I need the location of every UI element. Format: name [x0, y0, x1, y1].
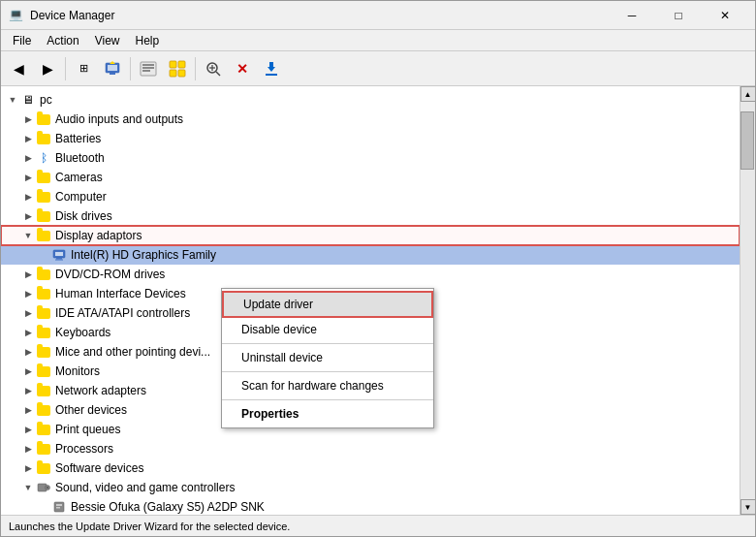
expand-keyboards[interactable]: ▶	[20, 325, 36, 340]
status-bar: Launches the Update Driver Wizard for th…	[1, 515, 755, 536]
icon-software	[36, 460, 51, 476]
expand-disk[interactable]: ▶	[20, 208, 36, 224]
icon-disk	[36, 208, 51, 224]
scrollbar[interactable]: ▲ ▼	[740, 86, 755, 515]
icon-hid	[36, 286, 51, 301]
icon-cameras	[36, 170, 51, 185]
scroll-down-button[interactable]: ▼	[740, 499, 756, 515]
icon-monitors	[36, 363, 51, 379]
expand-audio[interactable]: ▶	[20, 111, 36, 127]
status-text: Launches the Update Driver Wizard for th…	[9, 521, 290, 532]
icon-bessie1	[51, 499, 67, 515]
minimize-button[interactable]: ─	[610, 1, 654, 30]
toolbar-devices-by-type[interactable]	[164, 55, 191, 82]
svg-point-25	[47, 487, 48, 489]
icon-display-folder	[36, 228, 51, 243]
tree-item-bessie1[interactable]: ▶ Bessie Ofuka (Galaxy S5) A2DP SNK	[1, 497, 740, 515]
device-manager-window: 💻 Device Manager ─ □ ✕ File Action View …	[0, 0, 756, 537]
toolbar-remove[interactable]: ✕	[229, 55, 256, 82]
tree-item-dvd[interactable]: ▶ DVD/CD-ROM drives	[1, 265, 740, 284]
svg-rect-5	[142, 64, 154, 66]
label-computer: Computer	[55, 190, 107, 204]
menu-bar: File Action View Help	[1, 30, 755, 51]
tree-item-processors[interactable]: ▶ Processors	[1, 439, 740, 458]
expand-ide[interactable]: ▶	[20, 305, 36, 321]
tree-item-sound[interactable]: ▼ Sound, video and game controllers	[1, 478, 740, 497]
expand-bluetooth[interactable]: ▶	[20, 150, 36, 166]
tree-item-pc[interactable]: ▼ 🖥 pc	[1, 90, 740, 110]
icon-audio-folder	[36, 111, 51, 127]
icon-other	[36, 402, 51, 418]
icon-computer-folder	[36, 189, 51, 205]
expand-software[interactable]: ▶	[20, 460, 36, 476]
tree-item-batteries[interactable]: ▶ Batteries	[1, 129, 740, 148]
expand-mice[interactable]: ▶	[20, 344, 36, 360]
expand-display[interactable]: ▼	[20, 228, 36, 243]
icon-keyboards	[36, 325, 51, 340]
context-menu-disable[interactable]: Disable device	[222, 318, 433, 341]
toolbar-update-driver[interactable]	[99, 55, 126, 82]
scrollbar-track[interactable]	[740, 102, 755, 499]
context-menu: Update driver Disable device Uninstall d…	[221, 288, 434, 428]
icon-computer: 🖥	[20, 92, 36, 108]
icon-mice	[36, 344, 51, 360]
close-button[interactable]: ✕	[703, 1, 747, 30]
svg-rect-28	[56, 507, 60, 509]
menu-action[interactable]: Action	[39, 32, 86, 49]
tree-item-bluetooth[interactable]: ▶ ᛒ Bluetooth	[1, 148, 740, 168]
context-menu-scan[interactable]: Scan for hardware changes	[222, 374, 433, 397]
svg-rect-1	[108, 65, 117, 71]
svg-rect-10	[170, 70, 176, 77]
expand-sound[interactable]: ▼	[20, 480, 36, 495]
toolbar-show-all[interactable]	[135, 55, 162, 82]
label-pc: pc	[40, 93, 52, 107]
tree-item-cameras[interactable]: ▶ Cameras	[1, 168, 740, 187]
expand-other[interactable]: ▶	[20, 402, 36, 418]
tree-item-disk[interactable]: ▶ Disk drives	[1, 206, 740, 226]
tree-item-audio[interactable]: ▶ Audio inputs and outputs	[1, 110, 740, 129]
menu-view[interactable]: View	[87, 32, 128, 49]
expand-network[interactable]: ▶	[20, 383, 36, 398]
label-monitors: Monitors	[55, 364, 100, 378]
toolbar-forward[interactable]: ▶	[34, 55, 61, 82]
svg-line-13	[216, 72, 220, 76]
tree-item-intel[interactable]: ▶ Intel(R) HD Graphics Family	[1, 245, 740, 265]
context-menu-properties[interactable]: Properties	[222, 402, 433, 426]
context-menu-update[interactable]: Update driver	[222, 291, 433, 318]
label-keyboards: Keyboards	[55, 326, 110, 339]
tree-item-software[interactable]: ▶ Software devices	[1, 458, 740, 478]
toolbar-scan[interactable]	[200, 55, 227, 82]
toolbar-properties[interactable]: ⊞	[70, 55, 97, 82]
menu-file[interactable]: File	[5, 32, 39, 49]
label-disk: Disk drives	[55, 209, 112, 223]
tree-item-computer[interactable]: ▶ Computer	[1, 187, 740, 206]
toolbar: ◀ ▶ ⊞	[1, 51, 755, 86]
toolbar-sep-2	[130, 57, 131, 80]
expand-hid[interactable]: ▶	[20, 286, 36, 301]
toolbar-back[interactable]: ◀	[5, 55, 32, 82]
tree-item-display[interactable]: ▼ Display adaptors	[1, 226, 740, 245]
scroll-up-button[interactable]: ▲	[740, 86, 756, 102]
toolbar-download[interactable]	[258, 55, 285, 82]
expand-cameras[interactable]: ▶	[20, 170, 36, 185]
maximize-button[interactable]: □	[656, 1, 701, 30]
svg-rect-21	[56, 258, 62, 260]
label-display: Display adaptors	[55, 229, 142, 242]
label-cameras: Cameras	[55, 171, 103, 184]
expand-batteries[interactable]: ▶	[20, 131, 36, 146]
label-dvd: DVD/CD-ROM drives	[55, 268, 165, 281]
svg-rect-22	[55, 260, 63, 261]
label-processors: Processors	[55, 442, 113, 456]
expand-dvd[interactable]: ▶	[20, 267, 36, 282]
expand-processors[interactable]: ▶	[20, 441, 36, 457]
expand-pc[interactable]: ▼	[5, 92, 20, 108]
context-menu-uninstall[interactable]: Uninstall device	[222, 346, 433, 369]
menu-help[interactable]: Help	[128, 32, 168, 49]
scrollbar-thumb[interactable]	[740, 111, 754, 170]
icon-sound	[36, 480, 51, 495]
expand-print[interactable]: ▶	[20, 422, 36, 437]
expand-monitors[interactable]: ▶	[20, 363, 36, 379]
expand-computer[interactable]: ▶	[20, 189, 36, 205]
label-print: Print queues	[55, 423, 120, 436]
label-intel: Intel(R) HD Graphics Family	[71, 248, 216, 262]
